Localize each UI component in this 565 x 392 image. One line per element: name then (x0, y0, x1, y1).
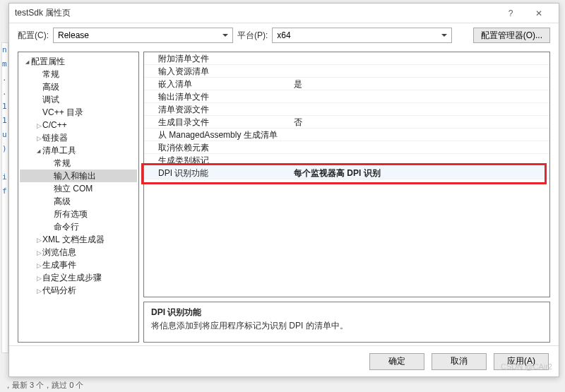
help-button[interactable]: ? (496, 4, 525, 9)
window-title: testSdk 属性页 (15, 7, 496, 8)
titlebar: testSdk 属性页 ? ✕ (9, 4, 559, 8)
close-button[interactable]: ✕ (525, 4, 553, 9)
property-pages-dialog: testSdk 属性页 ? ✕ 配置(C): Release 平台(P): x6… (8, 3, 559, 8)
